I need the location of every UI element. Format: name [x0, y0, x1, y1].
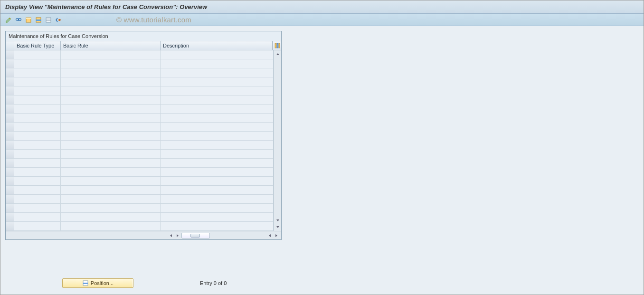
vertical-scrollbar[interactable] — [274, 50, 281, 231]
cell-description[interactable] — [161, 141, 274, 149]
cell-description[interactable] — [161, 86, 274, 95]
row-selector[interactable] — [6, 59, 14, 68]
row-selector[interactable] — [6, 86, 14, 95]
cell-description[interactable] — [161, 77, 274, 86]
cell-type[interactable] — [14, 168, 61, 176]
row-selector[interactable] — [6, 222, 14, 230]
table-row[interactable] — [6, 213, 274, 222]
cell-type[interactable] — [14, 204, 61, 212]
cell-description[interactable] — [161, 114, 274, 122]
cell-description[interactable] — [161, 123, 274, 131]
cell-rule[interactable] — [61, 105, 161, 113]
column-header-rule[interactable]: Basic Rule — [61, 41, 161, 50]
table-row[interactable] — [6, 86, 274, 95]
cell-type[interactable] — [14, 68, 61, 77]
configure-columns-button[interactable] — [273, 41, 281, 50]
row-selector[interactable] — [6, 105, 14, 113]
cell-rule[interactable] — [61, 59, 161, 68]
cell-description[interactable] — [161, 186, 274, 194]
table-row[interactable] — [6, 150, 274, 159]
cell-type[interactable] — [14, 50, 61, 59]
cell-type[interactable] — [14, 114, 61, 122]
cell-description[interactable] — [161, 213, 274, 221]
cell-description[interactable] — [161, 105, 274, 113]
row-selector[interactable] — [6, 195, 14, 203]
cell-description[interactable] — [161, 59, 274, 68]
table-row[interactable] — [6, 50, 274, 59]
cell-type[interactable] — [14, 186, 61, 194]
row-selector[interactable] — [6, 77, 14, 86]
cell-rule[interactable] — [61, 150, 161, 158]
scroll-down-icon[interactable] — [275, 218, 281, 223]
row-selector-header[interactable] — [6, 41, 14, 50]
table-row[interactable] — [6, 77, 274, 86]
cell-rule[interactable] — [61, 195, 161, 203]
cell-type[interactable] — [14, 132, 61, 140]
row-selector[interactable] — [6, 123, 14, 131]
row-selector[interactable] — [6, 177, 14, 185]
row-selector[interactable] — [6, 114, 14, 122]
row-selector[interactable] — [6, 159, 14, 167]
cell-description[interactable] — [161, 195, 274, 203]
row-selector[interactable] — [6, 132, 14, 140]
select-block-button[interactable] — [34, 16, 43, 24]
cell-rule[interactable] — [61, 50, 161, 59]
scroll-left-icon[interactable] — [168, 233, 174, 238]
cell-type[interactable] — [14, 177, 61, 185]
table-row[interactable] — [6, 204, 274, 213]
table-row[interactable] — [6, 123, 274, 132]
table-row[interactable] — [6, 177, 274, 186]
scroll-right-icon[interactable] — [274, 233, 279, 238]
cell-description[interactable] — [161, 159, 274, 167]
cell-rule[interactable] — [61, 213, 161, 221]
navigate-button[interactable] — [54, 16, 63, 24]
table-row[interactable] — [6, 95, 274, 105]
cell-type[interactable] — [14, 123, 61, 131]
cell-description[interactable] — [161, 150, 274, 158]
cell-description[interactable] — [161, 68, 274, 77]
cell-type[interactable] — [14, 150, 61, 158]
cell-type[interactable] — [14, 195, 61, 203]
cell-rule[interactable] — [61, 168, 161, 176]
scroll-down-icon[interactable] — [275, 224, 281, 230]
column-header-description[interactable]: Description — [161, 41, 273, 50]
table-row[interactable] — [6, 114, 274, 123]
table-row[interactable] — [6, 186, 274, 195]
table-row[interactable] — [6, 59, 274, 68]
cell-type[interactable] — [14, 105, 61, 113]
scroll-left-icon[interactable] — [267, 233, 273, 238]
cell-type[interactable] — [14, 95, 61, 104]
cell-type[interactable] — [14, 59, 61, 68]
cell-type[interactable] — [14, 86, 61, 95]
table-row[interactable] — [6, 68, 274, 77]
table-row[interactable] — [6, 159, 274, 168]
row-selector[interactable] — [6, 168, 14, 176]
table-row[interactable] — [6, 132, 274, 141]
cell-rule[interactable] — [61, 204, 161, 212]
cell-rule[interactable] — [61, 177, 161, 185]
table-row[interactable] — [6, 222, 274, 231]
cell-description[interactable] — [161, 50, 274, 59]
change-button[interactable] — [4, 16, 13, 24]
scroll-right-icon[interactable] — [175, 233, 180, 238]
cell-description[interactable] — [161, 204, 274, 212]
row-selector[interactable] — [6, 50, 14, 59]
cell-type[interactable] — [14, 141, 61, 149]
cell-rule[interactable] — [61, 68, 161, 77]
column-header-type[interactable]: Basic Rule Type — [14, 41, 61, 50]
row-selector[interactable] — [6, 150, 14, 158]
row-selector[interactable] — [6, 68, 14, 77]
cell-description[interactable] — [161, 168, 274, 176]
hscroll-thumb[interactable] — [190, 234, 200, 238]
cell-description[interactable] — [161, 177, 274, 185]
row-selector[interactable] — [6, 204, 14, 212]
cell-rule[interactable] — [61, 86, 161, 95]
scroll-up-icon[interactable] — [275, 51, 281, 57]
select-all-button[interactable] — [24, 16, 33, 24]
table-row[interactable] — [6, 141, 274, 150]
cell-description[interactable] — [161, 132, 274, 140]
cell-rule[interactable] — [61, 186, 161, 194]
cell-rule[interactable] — [61, 123, 161, 131]
horizontal-scrollbar[interactable] — [6, 231, 281, 239]
cell-type[interactable] — [14, 213, 61, 221]
